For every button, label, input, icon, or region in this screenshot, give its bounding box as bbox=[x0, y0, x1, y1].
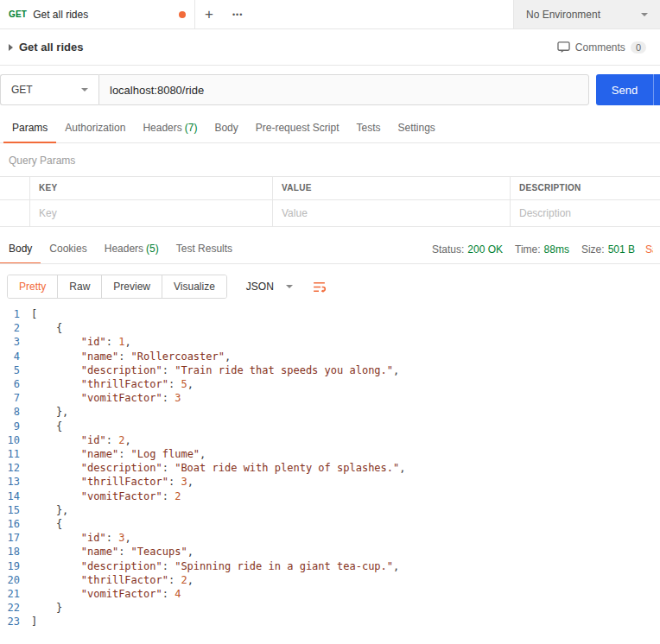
code-text: "name": "Rollercoaster", bbox=[31, 350, 231, 363]
line-number: 16 bbox=[0, 517, 31, 531]
tab-label: Test Results bbox=[176, 243, 232, 255]
new-tab-button[interactable]: + bbox=[195, 0, 223, 28]
collapse-icon bbox=[9, 44, 13, 51]
code-text: "description": "Train ride that speeds y… bbox=[31, 363, 399, 377]
code-line: 6 "thrillFactor": 5, bbox=[0, 377, 660, 391]
comments-label: Comments bbox=[575, 41, 625, 54]
tab-title: Get all rides bbox=[33, 9, 173, 21]
line-number: 6 bbox=[0, 377, 31, 391]
key-input[interactable]: Key bbox=[29, 200, 272, 226]
tab-params[interactable]: Params bbox=[3, 114, 56, 143]
comment-icon bbox=[557, 41, 570, 54]
code-text: "vomitFactor": 3 bbox=[31, 391, 181, 405]
save-response-button[interactable]: Save Response bbox=[645, 243, 653, 256]
tab-settings[interactable]: Settings bbox=[390, 114, 444, 143]
line-number: 19 bbox=[0, 559, 31, 573]
response-tab-test-results[interactable]: Test Results bbox=[168, 236, 241, 264]
code-line: 3 "id": 1, bbox=[0, 335, 660, 349]
code-text: }, bbox=[31, 405, 68, 419]
method-label: GET bbox=[11, 84, 33, 96]
url-input[interactable] bbox=[98, 74, 589, 105]
tab-label: Tests bbox=[356, 122, 380, 134]
query-params-title: Query Params bbox=[9, 155, 651, 167]
line-number: 3 bbox=[0, 335, 31, 349]
time-label: Time: bbox=[515, 243, 541, 256]
tab-pre-request-script[interactable]: Pre-request Script bbox=[247, 114, 348, 143]
chevron-down-icon bbox=[286, 285, 293, 288]
size-label: Size: bbox=[581, 243, 605, 256]
select-cell bbox=[0, 200, 29, 226]
code-text: "description": "Boat ride with plenty of… bbox=[31, 461, 406, 475]
tab-headers[interactable]: Headers(7) bbox=[134, 114, 206, 143]
response-view-toolbar: Pretty Raw Preview Visualize JSON bbox=[7, 275, 653, 299]
code-line: 10 "id": 2, bbox=[0, 433, 660, 447]
environment-selector[interactable]: No Environment bbox=[513, 0, 660, 28]
tab-tests[interactable]: Tests bbox=[347, 114, 389, 143]
tab-label: Pre-request Script bbox=[256, 122, 340, 134]
description-column-header: DESCRIPTION bbox=[510, 177, 660, 199]
view-raw-button[interactable]: Raw bbox=[57, 275, 101, 298]
line-number: 10 bbox=[0, 433, 31, 447]
code-text: "id": 1, bbox=[31, 335, 131, 349]
topbar-spacer bbox=[252, 0, 513, 28]
response-body[interactable]: 1[2 {3 "id": 1,4 "name": "Rollercoaster"… bbox=[0, 307, 660, 635]
comments-button[interactable]: Comments 0 bbox=[557, 41, 646, 54]
description-input[interactable]: Description bbox=[510, 200, 660, 226]
code-text: { bbox=[31, 517, 62, 531]
tab-label: Headers bbox=[105, 243, 143, 255]
code-text: { bbox=[31, 321, 62, 335]
value-input[interactable]: Value bbox=[272, 200, 510, 226]
send-options-button[interactable] bbox=[653, 74, 660, 105]
more-options-button[interactable]: ••• bbox=[223, 0, 252, 28]
response-tab-body[interactable]: Body bbox=[0, 236, 41, 264]
line-number: 15 bbox=[0, 503, 31, 517]
code-text: } bbox=[31, 601, 62, 615]
tab-bar: GET Get all rides + ••• No Environment bbox=[0, 0, 660, 29]
wrap-lines-icon[interactable] bbox=[312, 280, 327, 294]
send-button[interactable]: Send bbox=[596, 74, 653, 105]
line-number: 13 bbox=[0, 475, 31, 489]
line-number: 4 bbox=[0, 350, 31, 363]
tab-label: Body bbox=[9, 243, 32, 255]
line-number: 14 bbox=[0, 489, 31, 503]
request-tab[interactable]: GET Get all rides bbox=[0, 0, 195, 28]
code-line: 23] bbox=[0, 615, 660, 628]
environment-label: No Environment bbox=[526, 9, 600, 21]
code-text: "thrillFactor": 2, bbox=[31, 573, 194, 587]
chevron-down-icon bbox=[81, 88, 88, 92]
line-number: 17 bbox=[0, 531, 31, 545]
code-text: "vomitFactor": 2 bbox=[31, 489, 181, 503]
request-header: Get all rides Comments 0 bbox=[0, 29, 660, 66]
tab-authorization[interactable]: Authorization bbox=[56, 114, 134, 143]
code-line: 4 "name": "Rollercoaster", bbox=[0, 350, 660, 363]
tab-method-label: GET bbox=[9, 9, 27, 19]
tab-label: Params bbox=[12, 122, 48, 134]
response-tab-cookies[interactable]: Cookies bbox=[41, 236, 95, 264]
request-title-toggle[interactable]: Get all rides bbox=[9, 41, 83, 54]
response-header: Body Cookies Headers(5) Test Results Sta… bbox=[0, 236, 660, 264]
code-line: 5 "description": "Train ride that speeds… bbox=[0, 363, 660, 377]
tab-body[interactable]: Body bbox=[206, 114, 246, 143]
code-line: 1[ bbox=[0, 307, 660, 321]
tab-label: Cookies bbox=[49, 243, 86, 255]
view-visualize-button[interactable]: Visualize bbox=[162, 275, 226, 298]
code-text: [ bbox=[31, 307, 37, 321]
method-selector[interactable]: GET bbox=[0, 74, 98, 105]
code-line: 7 "vomitFactor": 3 bbox=[0, 391, 660, 405]
code-line: 12 "description": "Boat ride with plenty… bbox=[0, 461, 660, 475]
line-number: 5 bbox=[0, 363, 31, 377]
view-preview-button[interactable]: Preview bbox=[101, 275, 162, 298]
line-number: 18 bbox=[0, 545, 31, 559]
format-selector[interactable]: JSON bbox=[238, 275, 301, 298]
request-tabs: Params Authorization Headers(7) Body Pre… bbox=[0, 114, 660, 143]
format-label: JSON bbox=[246, 281, 274, 293]
response-tab-headers[interactable]: Headers(5) bbox=[96, 236, 168, 264]
key-column-header: KEY bbox=[29, 177, 272, 199]
query-params-table: KEY VALUE DESCRIPTION Key Value Descript… bbox=[0, 176, 660, 227]
line-number: 8 bbox=[0, 405, 31, 419]
tab-label: Authorization bbox=[65, 122, 125, 134]
value-column-header: VALUE bbox=[272, 177, 510, 199]
code-line: 22 } bbox=[0, 601, 660, 615]
code-text: "vomitFactor": 4 bbox=[31, 587, 181, 601]
view-pretty-button[interactable]: Pretty bbox=[8, 275, 57, 298]
